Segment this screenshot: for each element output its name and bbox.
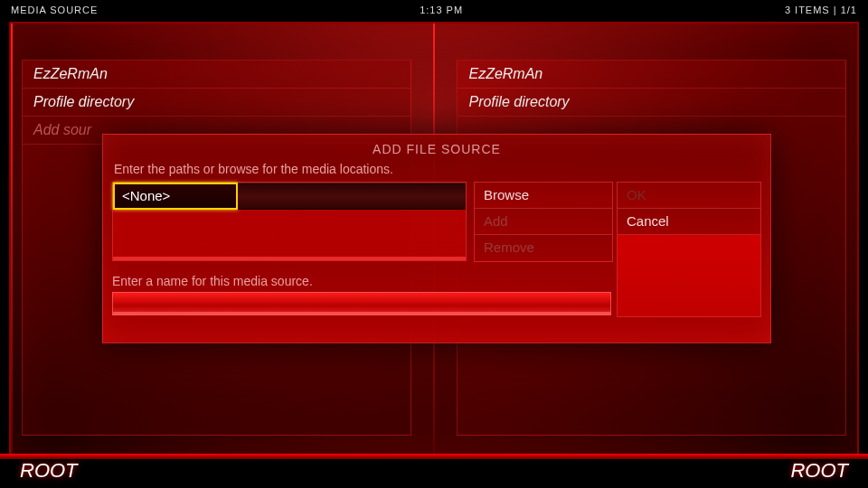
footer-right-label: ROOT [790,459,848,483]
browse-button[interactable]: Browse [475,183,612,209]
cancel-button[interactable]: Cancel [618,209,760,235]
add-path-button[interactable]: Add [475,209,612,235]
list-item[interactable]: EzZeRmAn [23,61,410,89]
dialog-title: ADD FILE SOURCE [112,142,761,156]
source-name-input[interactable] [112,292,611,315]
context-label: MEDIA SOURCE [11,5,98,15]
footer-left-label: ROOT [20,459,78,483]
confirm-actions: OK Cancel [617,182,761,317]
path-actions: Browse Add Remove [474,182,613,262]
list-item[interactable]: EzZeRmAn [458,61,845,89]
confirm-spacer [618,235,760,316]
footer: ROOT ROOT [0,459,868,483]
clock: 1:13 PM [420,5,463,15]
footer-divider [0,454,868,459]
path-list: <None> [112,182,467,261]
path-input[interactable]: <None> [113,183,238,210]
add-file-source-dialog: ADD FILE SOURCE Enter the paths or brows… [102,134,771,343]
name-prompt: Enter a name for this media source. [112,274,611,288]
list-item[interactable]: Profile directory [23,89,410,117]
ok-button[interactable]: OK [618,183,760,209]
dialog-body: <None> Enter a name for this media sourc… [112,182,761,335]
item-count: 3 ITEMS | 1/1 [785,5,857,15]
paths-prompt: Enter the paths or browse for the media … [114,162,760,176]
list-item[interactable]: Profile directory [458,89,845,117]
remove-path-button[interactable]: Remove [475,235,612,261]
path-input-extend[interactable] [238,183,466,210]
top-status-bar: MEDIA SOURCE 1:13 PM 3 ITEMS | 1/1 [0,0,868,20]
